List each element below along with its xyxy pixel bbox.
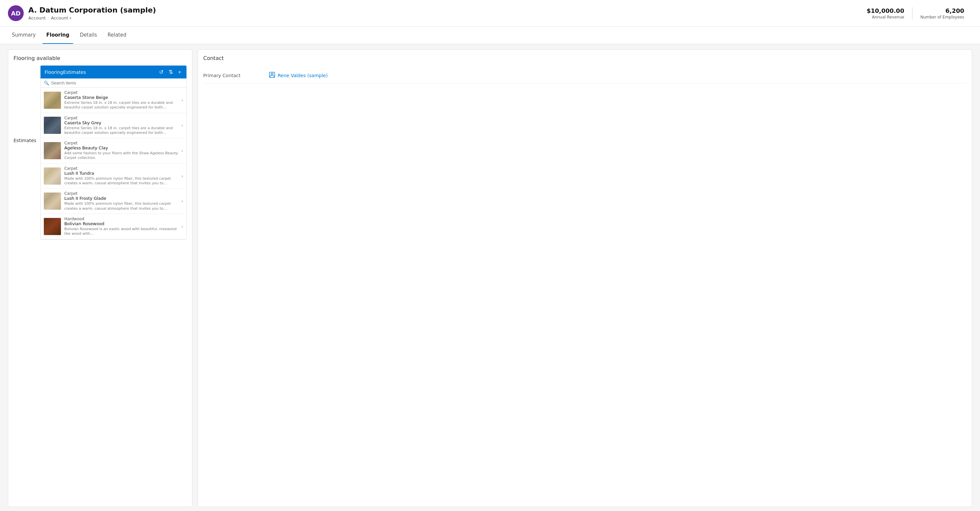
main-content: Flooring available Estimates FlooringEst…	[0, 44, 980, 511]
tab-summary[interactable]: Summary	[8, 27, 40, 44]
product-desc: Extreme Series 18 in. x 18 in. carpet ti…	[64, 101, 178, 110]
breadcrumb-account1: Account	[28, 16, 46, 21]
product-info: Carpet Caserta Sky Grey Extreme Series 1…	[64, 116, 178, 136]
product-name: Caserta Stone Beige	[64, 95, 178, 100]
product-list: Carpet Caserta Stone Beige Extreme Serie…	[41, 88, 186, 240]
flooring-widget: FlooringEstimates ↺ ⇅ + 🔍 Carpet	[40, 65, 187, 240]
list-item[interactable]: Carpet Lush II Frosty Glade Made with 10…	[41, 188, 186, 214]
list-item[interactable]: Hardwood Bolivian Rosewood Bolivian Rose…	[41, 214, 186, 240]
product-type: Carpet	[64, 166, 178, 171]
breadcrumb-dot: ·	[48, 16, 49, 21]
annual-revenue-label: Annual Revenue	[867, 15, 904, 19]
product-thumbnail	[44, 193, 61, 210]
product-desc: Bolivian Rosewood is an exotic wood with…	[64, 227, 178, 236]
header-title-area: A. Datum Corporation (sample) Account · …	[28, 6, 859, 20]
product-type: Carpet	[64, 116, 178, 120]
flooring-section: Estimates FlooringEstimates ↺ ⇅ + 🔍	[14, 65, 187, 240]
chevron-right-icon: ›	[181, 148, 183, 153]
product-type: Hardwood	[64, 217, 178, 221]
list-item[interactable]: Carpet Ageless Beauty Clay Add some fash…	[41, 138, 186, 163]
primary-contact-link[interactable]: Rene Valdes (sample)	[269, 72, 328, 79]
employees-label: Number of Employees	[920, 15, 964, 19]
product-info: Carpet Lush II Tundra Made with 100% pre…	[64, 166, 178, 186]
product-desc: Made with 100% premium nylon fiber, this…	[64, 176, 178, 186]
sort-button[interactable]: ⇅	[167, 68, 174, 76]
product-name: Caserta Sky Grey	[64, 120, 178, 125]
chevron-right-icon: ›	[181, 198, 183, 204]
nav-tabs: Summary Flooring Details Related	[0, 27, 980, 44]
tab-related[interactable]: Related	[103, 27, 130, 44]
widget-title: FlooringEstimates	[45, 70, 155, 75]
estimates-text: Estimates	[14, 138, 36, 143]
list-item[interactable]: Carpet Caserta Stone Beige Extreme Serie…	[41, 88, 186, 113]
svg-point-1	[271, 73, 273, 75]
product-thumbnail	[44, 218, 61, 235]
product-name: Ageless Beauty Clay	[64, 145, 178, 150]
chevron-right-icon: ›	[181, 97, 183, 103]
chevron-right-icon: ›	[181, 224, 183, 229]
estimates-label: Estimates	[14, 65, 36, 240]
product-thumbnail	[44, 168, 61, 185]
flooring-available-title: Flooring available	[14, 55, 187, 61]
product-desc: Made with 100% premium nylon fiber, this…	[64, 201, 178, 211]
tab-details[interactable]: Details	[76, 27, 101, 44]
product-thumbnail	[44, 92, 61, 109]
list-item[interactable]: Carpet Lush II Tundra Made with 100% pre…	[41, 163, 186, 189]
add-button[interactable]: +	[177, 69, 183, 76]
search-icon: 🔍	[44, 80, 49, 85]
search-input[interactable]	[51, 80, 183, 85]
right-panel: Contact Primary Contact Rene Valdes (sam…	[198, 50, 972, 507]
product-info: Carpet Ageless Beauty Clay Add some fash…	[64, 141, 178, 161]
refresh-button[interactable]: ↺	[158, 68, 165, 76]
breadcrumb-account2-label: Account	[51, 16, 68, 21]
employees-metric: 6,200 Number of Employees	[912, 7, 972, 19]
annual-revenue-metric: $10,000.00 Annual Revenue	[859, 7, 912, 19]
contact-title: Contact	[203, 55, 966, 61]
search-bar: 🔍	[41, 78, 186, 88]
breadcrumb: Account · Account ∨	[28, 16, 859, 21]
product-info: Carpet Caserta Stone Beige Extreme Serie…	[64, 90, 178, 110]
contact-icon	[269, 72, 275, 79]
employees-value: 6,200	[920, 7, 964, 14]
product-type: Carpet	[64, 90, 178, 95]
widget-header: FlooringEstimates ↺ ⇅ +	[41, 65, 186, 78]
company-name: A. Datum Corporation (sample)	[28, 6, 859, 14]
product-desc: Extreme Series 18 in. x 18 in. carpet ti…	[64, 126, 178, 136]
primary-contact-name: Rene Valdes (sample)	[278, 73, 328, 78]
chevron-right-icon: ›	[181, 123, 183, 128]
product-thumbnail	[44, 117, 61, 134]
breadcrumb-account2-dropdown[interactable]: Account ∨	[51, 16, 72, 21]
page-header: AD A. Datum Corporation (sample) Account…	[0, 0, 980, 27]
product-name: Lush II Frosty Glade	[64, 196, 178, 201]
product-thumbnail	[44, 142, 61, 159]
annual-revenue-value: $10,000.00	[867, 7, 904, 14]
product-type: Carpet	[64, 191, 178, 196]
company-avatar: AD	[8, 5, 24, 21]
product-type: Carpet	[64, 141, 178, 145]
list-item[interactable]: Carpet Caserta Sky Grey Extreme Series 1…	[41, 113, 186, 139]
header-metrics: $10,000.00 Annual Revenue 6,200 Number o…	[859, 7, 972, 19]
product-desc: Add some fashion to your floors with the…	[64, 151, 178, 161]
product-name: Bolivian Rosewood	[64, 221, 178, 226]
product-info: Hardwood Bolivian Rosewood Bolivian Rose…	[64, 217, 178, 236]
product-name: Lush II Tundra	[64, 171, 178, 176]
tab-flooring[interactable]: Flooring	[43, 27, 73, 44]
primary-contact-label: Primary Contact	[203, 73, 269, 78]
chevron-right-icon: ›	[181, 173, 183, 179]
product-info: Carpet Lush II Frosty Glade Made with 10…	[64, 191, 178, 211]
contact-row: Primary Contact Rene Valdes (sample)	[203, 68, 966, 83]
chevron-down-icon: ∨	[69, 16, 72, 20]
left-panel: Flooring available Estimates FlooringEst…	[8, 50, 192, 507]
